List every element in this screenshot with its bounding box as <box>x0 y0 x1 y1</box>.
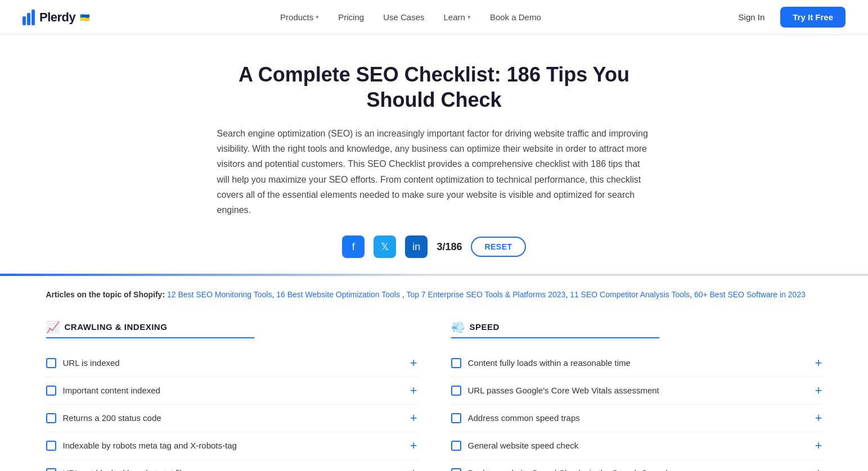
nav-item-use-cases[interactable]: Use Cases <box>375 8 432 26</box>
checklist-item: URL passes Google's Core Web Vitals asse… <box>451 377 822 405</box>
checkbox-robots-meta[interactable] <box>46 441 56 451</box>
checkbox-content-loads[interactable] <box>451 358 461 368</box>
speed-underline <box>451 337 659 338</box>
checkbox-important-content[interactable] <box>46 386 56 396</box>
speed-icon: 💨 <box>451 320 465 334</box>
item-label: General website speed check <box>468 441 808 450</box>
checkbox-200-status[interactable] <box>46 413 56 423</box>
nav-item-pricing[interactable]: Pricing <box>330 8 372 26</box>
expand-button[interactable]: + <box>410 357 417 369</box>
article-link-5[interactable]: 60+ Best SEO Software in 2023 <box>694 290 806 299</box>
reset-button[interactable]: RESET <box>471 237 525 257</box>
checklist-counter: 3/186 <box>437 241 462 253</box>
checklist-item: URL is indexed + <box>46 350 417 377</box>
item-label: Indexable by robots meta tag and X-robot… <box>63 441 403 450</box>
articles-bar: Articles on the topic of Shopify: 12 Bes… <box>24 276 845 306</box>
twitter-share-button[interactable]: 𝕏 <box>374 235 396 258</box>
expand-button[interactable]: + <box>815 412 822 424</box>
checkbox-speed-traps[interactable] <box>451 413 461 423</box>
logo[interactable]: Plerdy 🇺🇦 <box>23 10 89 25</box>
checklist-item: Desktop website Speed Checks in the Sear… <box>451 460 822 471</box>
section-crawling: 📈 CRAWLING & INDEXING URL is indexed + I… <box>46 320 417 471</box>
expand-button[interactable]: + <box>815 357 822 369</box>
chevron-down-icon: ▾ <box>316 13 319 21</box>
article-link-2[interactable]: 16 Best Website Optimization Tools <box>276 290 400 299</box>
nav-center: Products ▾ Pricing Use Cases Learn ▾ Boo… <box>272 8 549 26</box>
logo-flag: 🇺🇦 <box>80 13 89 22</box>
checkbox-url-indexed[interactable] <box>46 358 56 368</box>
item-label: URL not blocked by robots.txt file <box>63 468 403 471</box>
item-label: URL is indexed <box>63 358 403 368</box>
checklist-item: Indexable by robots meta tag and X-robot… <box>46 432 417 460</box>
articles-prefix: Articles on the topic of Shopify: <box>46 290 165 299</box>
expand-button[interactable]: + <box>815 467 822 471</box>
checkbox-desktop-speed[interactable] <box>451 468 461 471</box>
logo-text: Plerdy <box>39 10 75 25</box>
navbar: Plerdy 🇺🇦 Products ▾ Pricing Use Cases L… <box>0 0 868 35</box>
expand-button[interactable]: + <box>410 384 417 397</box>
item-label: Returns a 200 status code <box>63 413 403 423</box>
item-label: Content fully loads within a reasonable … <box>468 358 808 368</box>
article-link-3[interactable]: Top 7 Enterprise SEO Tools & Platforms 2… <box>406 290 565 299</box>
hero-description: Search engine optimization (SEO) is an i… <box>217 126 651 218</box>
facebook-share-button[interactable]: f <box>342 235 365 258</box>
sign-in-button[interactable]: Sign In <box>732 8 772 26</box>
logo-icon <box>23 10 35 25</box>
crawling-underline <box>46 337 254 338</box>
twitter-icon: 𝕏 <box>381 241 389 253</box>
checklist-item: Address common speed traps + <box>451 405 822 432</box>
section-speed-header: 💨 SPEED <box>451 320 822 334</box>
checkbox-core-web-vitals[interactable] <box>451 386 461 396</box>
checkbox-robots-txt[interactable] <box>46 468 56 471</box>
expand-button[interactable]: + <box>410 467 417 471</box>
section-crawling-title: CRAWLING & INDEXING <box>65 322 168 332</box>
crawling-icon: 📈 <box>46 320 60 334</box>
article-link-4[interactable]: 11 SEO Competitor Analysis Tools <box>570 290 690 299</box>
nav-item-products[interactable]: Products ▾ <box>272 8 327 26</box>
expand-button[interactable]: + <box>815 384 822 397</box>
section-speed-title: SPEED <box>470 322 500 332</box>
item-label: URL passes Google's Core Web Vitals asse… <box>468 386 808 395</box>
hero-section: A Complete SEO Checklist: 186 Tips You S… <box>204 62 665 258</box>
checklist-item: Important content indexed + <box>46 377 417 405</box>
linkedin-share-button[interactable]: in <box>405 235 428 258</box>
expand-button[interactable]: + <box>410 412 417 424</box>
checklist-item: Content fully loads within a reasonable … <box>451 350 822 377</box>
try-free-button[interactable]: Try It Free <box>780 7 845 28</box>
checklist-item: Returns a 200 status code + <box>46 405 417 432</box>
nav-right: Sign In Try It Free <box>732 7 845 28</box>
chevron-down-icon: ▾ <box>467 13 471 21</box>
item-label: Desktop website Speed Checks in the Sear… <box>468 468 808 471</box>
section-crawling-header: 📈 CRAWLING & INDEXING <box>46 320 417 334</box>
facebook-icon: f <box>352 241 355 253</box>
expand-button[interactable]: + <box>815 440 822 452</box>
expand-button[interactable]: + <box>410 440 417 452</box>
hero-actions: f 𝕏 in 3/186 RESET <box>217 235 651 258</box>
checklist-item: General website speed check + <box>451 432 822 460</box>
nav-item-book-demo[interactable]: Book a Demo <box>482 8 549 26</box>
item-label: Address common speed traps <box>468 413 808 423</box>
hero-title: A Complete SEO Checklist: 186 Tips You S… <box>217 62 651 112</box>
section-speed: 💨 SPEED Content fully loads within a rea… <box>451 320 822 471</box>
checkbox-general-speed[interactable] <box>451 441 461 451</box>
linkedin-icon: in <box>412 241 420 253</box>
checklist-item: URL not blocked by robots.txt file + <box>46 460 417 471</box>
article-link-1[interactable]: 12 Best SEO Monitoring Tools <box>167 290 272 299</box>
checklist-grid: 📈 CRAWLING & INDEXING URL is indexed + I… <box>24 307 845 471</box>
item-label: Important content indexed <box>63 386 403 395</box>
nav-item-learn[interactable]: Learn ▾ <box>436 8 479 26</box>
